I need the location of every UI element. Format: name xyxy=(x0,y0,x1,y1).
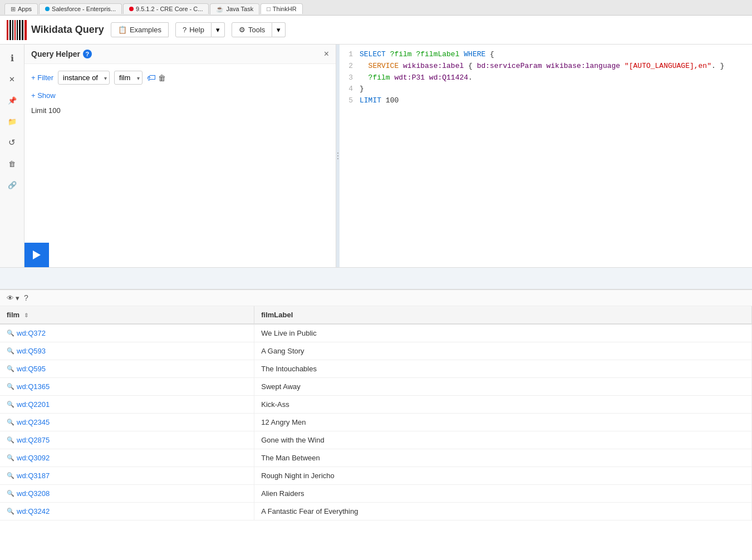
filter-value-wrapper: film ▾ xyxy=(114,71,142,85)
tab-java[interactable]: ☕ Java Task xyxy=(210,3,259,14)
code-text-4: } xyxy=(360,83,748,95)
code-line-4: 4 } xyxy=(344,83,748,95)
middle-divider xyxy=(0,267,752,289)
tools-label: Tools xyxy=(248,26,265,34)
search-icon-small: 🔍 xyxy=(7,454,14,461)
results-header-row: film ⇕ filmLabel xyxy=(0,306,752,324)
sort-film-icon[interactable]: ⇕ xyxy=(24,312,28,318)
panel-close-button[interactable]: × xyxy=(324,49,329,59)
results-table-header: film ⇕ filmLabel xyxy=(0,306,752,324)
view-dropdown-arrow: ▾ xyxy=(16,294,19,302)
logo-title: Wikidata Query xyxy=(31,24,104,36)
film-link[interactable]: 🔍wd:Q595 xyxy=(7,365,247,373)
code-editor[interactable]: 1 SELECT ?film ?filmLabel WHERE { 2 SERV… xyxy=(340,45,752,111)
film-label-cell: A Fantastic Fear of Everything xyxy=(254,503,752,520)
film-link[interactable]: 🔍wd:Q1365 xyxy=(7,382,247,391)
tools-button[interactable]: ⚙ Tools xyxy=(232,22,272,37)
sidebar-icon-folder[interactable]: 📁 xyxy=(3,112,21,130)
film-link[interactable]: 🔍wd:Q3092 xyxy=(7,454,247,462)
table-row: 🔍wd:Q3208Alien Raiders xyxy=(0,485,752,503)
panel-title: Query Helper ? xyxy=(31,50,92,58)
film-link[interactable]: 🔍wd:Q2201 xyxy=(7,400,247,409)
filter-property-select[interactable]: instance of xyxy=(58,71,110,85)
limit-row: Limit 100 xyxy=(31,106,329,115)
line-number-3: 3 xyxy=(344,72,353,84)
film-label-cell: We Live in Public xyxy=(254,324,752,342)
sidebar-icon-link[interactable]: 🔗 xyxy=(3,176,21,194)
add-filter-button[interactable]: + Filter xyxy=(31,73,53,82)
filter-row: + Filter instance of ▾ film ▾ xyxy=(31,71,329,85)
sidebar-icon-pin[interactable]: 📌 xyxy=(3,91,21,109)
delete-filter-icon[interactable]: 🗑 xyxy=(158,73,166,82)
film-label-cell: 12 Angry Men xyxy=(254,414,752,431)
drag-dot-2 xyxy=(337,155,338,156)
app-header: Wikidata Query 📋 Examples ? Help ▾ ⚙ Too… xyxy=(0,16,752,45)
tab-thinkhr[interactable]: □ ThinkHR xyxy=(261,3,302,14)
table-row: 🔍wd:Q1365Swept Away xyxy=(0,378,752,396)
help-button[interactable]: ? Help xyxy=(175,22,212,37)
col-film-label: film xyxy=(7,311,19,319)
film-cell: 🔍wd:Q1365 xyxy=(0,378,254,396)
tab-salesforce[interactable]: Salesforce - Enterpris... xyxy=(39,3,122,14)
filter-value-select[interactable]: film xyxy=(114,71,142,85)
filter-actions: 🏷 🗑 xyxy=(147,73,166,83)
film-cell: 🔍wd:Q2201 xyxy=(0,396,254,414)
film-label-cell: Gone with the Wind xyxy=(254,431,752,449)
line-number-2: 2 xyxy=(344,61,353,72)
help-dropdown-button[interactable]: ▾ xyxy=(212,22,225,37)
examples-label: Examples xyxy=(130,26,161,34)
film-link[interactable]: 🔍wd:Q372 xyxy=(7,329,247,337)
table-row: 🔍wd:Q372We Live in Public xyxy=(0,324,752,342)
tab-apps[interactable]: ⊞ Apps xyxy=(4,3,38,14)
tab-cre[interactable]: 9.5.1.2 - CRE Core - C... xyxy=(123,3,209,14)
film-link[interactable]: 🔍wd:Q593 xyxy=(7,347,247,355)
film-cell: 🔍wd:Q2875 xyxy=(0,431,254,449)
tab-cre-label: 9.5.1.2 - CRE Core - C... xyxy=(136,6,203,12)
panel-content: + Filter instance of ▾ film ▾ xyxy=(24,64,336,243)
code-editor-panel[interactable]: 1 SELECT ?film ?filmLabel WHERE { 2 SERV… xyxy=(340,45,752,267)
line-number-4: 4 xyxy=(344,83,353,95)
film-cell: 🔍wd:Q3092 xyxy=(0,449,254,467)
sidebar-icon-trash[interactable]: 🗑 xyxy=(3,155,21,173)
film-label-cell: The Intouchables xyxy=(254,360,752,378)
film-cell: 🔍wd:Q372 xyxy=(0,324,254,342)
drag-dot-3 xyxy=(337,158,338,159)
run-button-container xyxy=(24,243,336,267)
film-cell: 🔍wd:Q3242 xyxy=(0,503,254,520)
film-link[interactable]: 🔍wd:Q2345 xyxy=(7,418,247,426)
film-link[interactable]: 🔍wd:Q3242 xyxy=(7,507,247,515)
help-label: Help xyxy=(189,26,204,34)
panel-title-text: Query Helper xyxy=(31,50,80,58)
search-icon-small: 🔍 xyxy=(7,472,14,479)
tools-dropdown-button[interactable]: ▾ xyxy=(272,22,286,37)
results-table: film ⇕ filmLabel 🔍wd:Q372We Live in Publ… xyxy=(0,306,752,520)
view-selector-button[interactable]: 👁 ▾ xyxy=(7,294,19,302)
sidebar-icon-history[interactable]: ↺ xyxy=(3,134,21,151)
query-helper-help-button[interactable]: ? xyxy=(83,50,92,58)
sidebar-icon-transform[interactable]: ✕ xyxy=(3,70,21,88)
tools-icon: ⚙ xyxy=(239,26,245,34)
tag-icon[interactable]: 🏷 xyxy=(147,73,156,83)
sidebar: ℹ ✕ 📌 📁 ↺ 🗑 🔗 xyxy=(0,45,24,267)
results-help-button[interactable]: ? xyxy=(24,293,28,302)
table-row: 🔍wd:Q3242A Fantastic Fear of Everything xyxy=(0,503,752,520)
line-number-5: 5 xyxy=(344,95,353,107)
add-show-button[interactable]: + Show xyxy=(31,91,56,100)
sidebar-icon-info[interactable]: ℹ xyxy=(3,49,21,67)
run-query-button[interactable] xyxy=(24,243,49,267)
help-button-group: ? Help ▾ xyxy=(175,22,225,37)
tab-thinkhr-label: ThinkHR xyxy=(273,6,297,12)
film-label-cell: Swept Away xyxy=(254,378,752,396)
search-icon-small: 🔍 xyxy=(7,347,14,355)
table-row: 🔍wd:Q2875Gone with the Wind xyxy=(0,431,752,449)
examples-button[interactable]: 📋 Examples xyxy=(111,22,169,37)
line-number-1: 1 xyxy=(344,49,353,61)
film-link[interactable]: 🔍wd:Q2875 xyxy=(7,436,247,444)
browser-tab-bar: ⊞ Apps Salesforce - Enterpris... 9.5.1.2… xyxy=(0,0,752,16)
col-filmlabel-label: filmLabel xyxy=(261,311,293,319)
film-link[interactable]: 🔍wd:Q3187 xyxy=(7,471,247,480)
tab-apps-label: Apps xyxy=(18,6,32,12)
film-link[interactable]: 🔍wd:Q3208 xyxy=(7,489,247,498)
help-icon: ? xyxy=(183,26,186,34)
search-icon-small: 🔍 xyxy=(7,419,14,426)
